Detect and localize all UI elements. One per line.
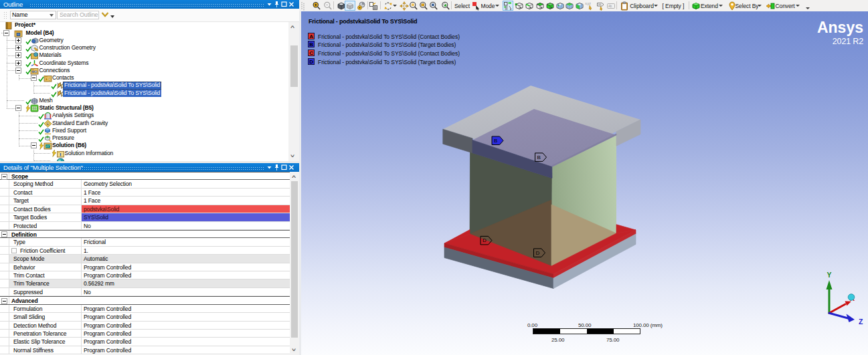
face-select-icon[interactable] [535,1,545,11]
details-row-small-sliding[interactable]: Small Sliding Program Controlled [0,313,290,321]
tree-item-static-structural-b5[interactable]: Static Structural (B5) [0,104,288,112]
tag-pick-icon[interactable] [596,1,606,11]
element-select-icon[interactable] [575,1,584,11]
details-value[interactable]: Program Controlled [82,338,290,345]
panel-menu-icon[interactable] [266,164,272,170]
details-row-scoping-method[interactable]: Scoping Method Geometry Selection [0,180,290,188]
expand-plus-icon[interactable] [15,45,21,51]
details-row-suppressed[interactable]: Suppressed No [0,288,290,296]
expand-plus-icon[interactable] [15,60,21,66]
expand-plus-icon[interactable] [15,52,21,58]
details-value[interactable]: Geometry Selection [82,180,290,187]
expand-minus-icon[interactable] [15,68,21,74]
details-scrollbar[interactable]: ˄ ˅ [290,172,299,355]
convert-icon[interactable] [766,1,775,11]
details-titlebar[interactable]: Details of "Multiple Selection" [0,163,299,172]
element-face-select-icon[interactable] [565,1,574,11]
details-group-definition[interactable]: Definition [0,230,290,238]
details-row-scope-mode[interactable]: Scope Mode Automatic [0,255,290,263]
details-value[interactable]: Program Controlled [82,305,290,312]
label-icon[interactable]: Ab [606,1,616,11]
details-value[interactable]: Program Controlled [82,271,290,279]
details-value[interactable]: Program Controlled [82,263,290,271]
close-icon[interactable] [288,164,294,170]
single-select-icon[interactable] [503,1,513,11]
details-value[interactable]: 1. [82,247,290,254]
details-row-contact[interactable]: Contact 1 Face [0,189,290,197]
tree-item-model-b4[interactable]: Model (B4) [0,29,288,37]
zoom-all-icon[interactable] [441,1,450,11]
details-row-type[interactable]: Type Frictional [0,238,290,246]
details-value[interactable]: 1 Face [82,197,290,204]
zoom-box-icon[interactable] [419,1,428,11]
clipboard-icon[interactable] [620,1,629,11]
pin-icon[interactable] [274,164,280,170]
maximize-icon[interactable] [281,164,287,170]
dropdown-caret-icon[interactable] [758,1,762,11]
outline-titlebar[interactable]: Outline [0,0,299,9]
empty-label[interactable]: [ Empty ] [663,1,685,11]
select-label[interactable]: Select [454,1,470,11]
details-row-detection-method[interactable]: Detection Method Program Controlled [0,322,290,330]
details-value[interactable]: Frictional [82,238,290,245]
collapse-group-icon[interactable] [1,231,7,237]
tree-item-analysis-settings[interactable]: Analysis Settings [0,112,288,119]
details-row-trim-contact[interactable]: Trim Contact Program Controlled [0,271,290,279]
tree-item-frictional-podstvka-solid-to-sys-solid[interactable]: Frictional - podstvka\Solid To SYS\Solid [0,90,288,97]
details-value[interactable]: 0.56292 mm [82,279,290,287]
tree-item-geometry[interactable]: Geometry [0,37,288,44]
tree-item-contacts[interactable]: Contacts [0,74,288,82]
details-row-target-bodies[interactable]: Target Bodies SYS\Solid [0,213,290,221]
mode-label[interactable]: Mode [481,1,495,11]
details-value[interactable]: Program Controlled [82,313,290,320]
details-row-trim-tolerance[interactable]: Trim Tolerance 0.56292 mm [0,279,290,287]
extend-label[interactable]: Extend [701,1,718,11]
tree-item-pressure[interactable]: Pressure [0,134,288,142]
details-row-contact-bodies[interactable]: Contact Bodies podstvka\Solid [0,205,290,213]
expand-minus-icon[interactable] [15,105,21,111]
panel-menu-icon[interactable] [266,1,272,7]
section-plane-icon[interactable] [369,1,378,11]
node-select-icon[interactable] [555,1,565,11]
extend-icon[interactable] [691,1,701,11]
zoom-icon[interactable] [409,1,418,11]
tree-item-solution-information[interactable]: Solution Information [0,150,288,157]
outline-scrollbar[interactable]: ˄ ˅ [288,22,299,161]
zoom-out-icon[interactable] [323,1,333,11]
edge-select-icon[interactable] [525,1,534,11]
xyz-pick-icon[interactable]: x,y,z [585,1,594,11]
outline-filter-dropdown[interactable]: Name [10,11,56,19]
tree-item-frictional-podstvka-solid-to-sys-solid[interactable]: Frictional - podstvka\Solid To SYS\Solid [0,82,288,89]
tree-item-materials[interactable]: Materials [0,51,288,59]
details-row-behavior[interactable]: Behavior Program Controlled [0,263,290,271]
clipboard-label[interactable]: Clipboard [630,1,653,11]
close-icon[interactable] [288,1,294,7]
tree-item-fixed-support[interactable]: Fixed Support [0,127,288,134]
details-value[interactable]: Program Controlled [82,346,290,354]
tree-item-project[interactable]: Project* [0,22,288,29]
expand-minus-icon[interactable] [31,142,37,148]
shaded-cube-icon[interactable] [345,1,355,11]
expand-collapse-icon[interactable] [101,12,109,17]
zoom-in-icon[interactable] [312,1,321,11]
details-row-protected[interactable]: Protected No [0,222,290,230]
details-value[interactable]: podstvka\Solid [82,205,290,213]
details-value[interactable]: Program Controlled [82,330,290,337]
outline-search-input[interactable]: Search Outline [57,11,99,19]
collapse-group-icon[interactable] [1,298,7,304]
details-value[interactable]: 1 Face [82,189,290,196]
tree-item-solution-b6[interactable]: Solution (B6) [0,142,288,149]
tree-item-mesh[interactable]: Mesh [0,97,288,104]
model-scene[interactable]: B B D D [299,11,868,355]
maximize-icon[interactable] [281,1,287,7]
dropdown-caret-icon[interactable] [495,1,499,11]
expand-minus-icon[interactable] [3,30,9,36]
details-row-elastic-slip-tolerance[interactable]: Elastic Slip Tolerance Program Controlle… [0,338,290,346]
details-group-scope[interactable]: Scope [0,172,290,180]
details-group-advanced[interactable]: Advanced [0,296,290,304]
tree-item-standard-earth-gravity[interactable]: Standard Earth Gravity [0,120,288,127]
select-mode-icon[interactable] [472,1,481,11]
zoom-fit-icon[interactable] [429,1,438,11]
convert-label[interactable]: Convert [776,1,795,11]
details-value[interactable]: Automatic [82,255,290,262]
